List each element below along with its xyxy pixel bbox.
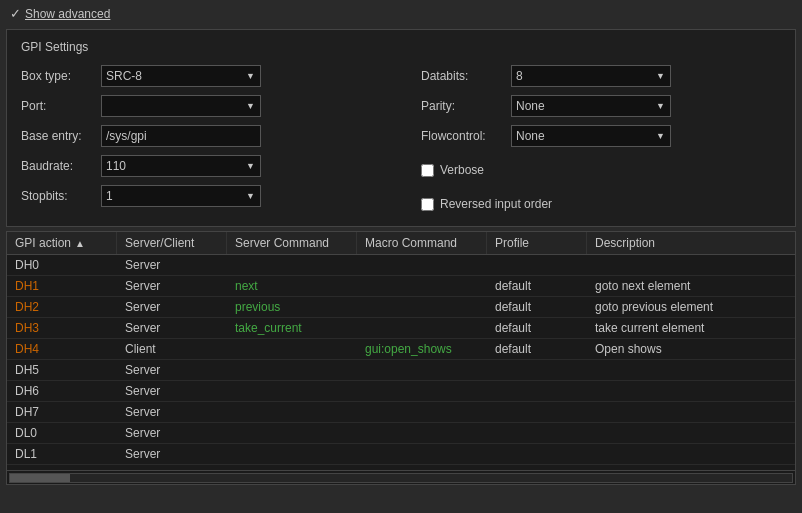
td-macro_command: gui:open_shows bbox=[357, 339, 487, 359]
box-type-select-wrapper: SRC-8 SRC-16 SRC-32 bbox=[101, 65, 261, 87]
table-row[interactable]: DH1Servernextdefaultgoto next element bbox=[7, 276, 795, 297]
th-server-client[interactable]: Server/Client bbox=[117, 232, 227, 254]
th-profile[interactable]: Profile bbox=[487, 232, 587, 254]
gpi-table: GPI action ▲ Server/Client Server Comman… bbox=[6, 231, 796, 471]
td-macro_command bbox=[357, 402, 487, 422]
td-macro_command bbox=[357, 276, 487, 296]
horizontal-scrollbar[interactable] bbox=[6, 471, 796, 485]
th-server-client-label: Server/Client bbox=[125, 236, 194, 250]
table-body: DH0ServerDH1Servernextdefaultgoto next e… bbox=[7, 255, 795, 470]
table-row[interactable]: DL0Server bbox=[7, 423, 795, 444]
table-row[interactable]: DH7Server bbox=[7, 402, 795, 423]
td-server_command: next bbox=[227, 276, 357, 296]
td-description bbox=[587, 402, 795, 422]
baudrate-row: Baudrate: 110 300 600 1200 bbox=[21, 154, 401, 178]
td-server_command bbox=[227, 423, 357, 443]
td-profile: default bbox=[487, 318, 587, 338]
td-gpi_action: DH0 bbox=[7, 255, 117, 275]
verbose-row: Verbose bbox=[421, 158, 781, 182]
port-row: Port: bbox=[21, 94, 401, 118]
table-row[interactable]: DH2Serverpreviousdefaultgoto previous el… bbox=[7, 297, 795, 318]
th-gpi-action[interactable]: GPI action ▲ bbox=[7, 232, 117, 254]
box-type-label: Box type: bbox=[21, 69, 101, 83]
table-row[interactable]: DH5Server bbox=[7, 360, 795, 381]
h-scrollbar-thumb bbox=[10, 474, 70, 482]
td-server_command bbox=[227, 360, 357, 380]
td-server_client: Client bbox=[117, 339, 227, 359]
box-type-select[interactable]: SRC-8 SRC-16 SRC-32 bbox=[101, 65, 261, 87]
td-server_client: Server bbox=[117, 318, 227, 338]
td-gpi_action: DL0 bbox=[7, 423, 117, 443]
td-server_command bbox=[227, 255, 357, 275]
td-macro_command bbox=[357, 381, 487, 401]
table-header: GPI action ▲ Server/Client Server Comman… bbox=[7, 232, 795, 255]
port-select[interactable] bbox=[101, 95, 261, 117]
td-server_client: Server bbox=[117, 297, 227, 317]
table-row[interactable]: DH6Server bbox=[7, 381, 795, 402]
base-entry-input[interactable] bbox=[101, 125, 261, 147]
td-server_command bbox=[227, 444, 357, 464]
parity-select[interactable]: None Odd Even bbox=[511, 95, 671, 117]
th-gpi-action-label: GPI action bbox=[15, 236, 71, 250]
table-row[interactable]: DH0Server bbox=[7, 255, 795, 276]
td-description: Open shows bbox=[587, 339, 795, 359]
td-server_command: take_current bbox=[227, 318, 357, 338]
td-gpi_action: DH7 bbox=[7, 402, 117, 422]
flowcontrol-select-wrapper: None Hardware Software bbox=[511, 125, 671, 147]
th-description[interactable]: Description bbox=[587, 232, 795, 254]
parity-row: Parity: None Odd Even bbox=[421, 94, 781, 118]
td-profile bbox=[487, 402, 587, 422]
td-profile: default bbox=[487, 297, 587, 317]
td-server_client: Server bbox=[117, 276, 227, 296]
reversed-input-checkbox[interactable] bbox=[421, 198, 434, 211]
port-select-wrapper bbox=[101, 95, 261, 117]
gpi-settings-panel: GPI Settings Box type: SRC-8 SRC-16 SRC-… bbox=[6, 29, 796, 227]
verbose-label: Verbose bbox=[440, 163, 484, 177]
td-macro_command bbox=[357, 444, 487, 464]
baudrate-select[interactable]: 110 300 600 1200 bbox=[101, 155, 261, 177]
stopbits-row: Stopbits: 1 2 bbox=[21, 184, 401, 208]
td-gpi_action: DH4 bbox=[7, 339, 117, 359]
td-profile bbox=[487, 381, 587, 401]
gpi-settings-title: GPI Settings bbox=[21, 40, 781, 54]
td-profile bbox=[487, 360, 587, 380]
parity-label: Parity: bbox=[421, 99, 511, 113]
verbose-checkbox[interactable] bbox=[421, 164, 434, 177]
td-server_client: Server bbox=[117, 423, 227, 443]
td-description: goto previous element bbox=[587, 297, 795, 317]
th-description-label: Description bbox=[595, 236, 655, 250]
box-type-row: Box type: SRC-8 SRC-16 SRC-32 bbox=[21, 64, 401, 88]
reversed-input-label: Reversed input order bbox=[440, 197, 552, 211]
td-macro_command bbox=[357, 318, 487, 338]
top-bar: ✓ Show advanced bbox=[0, 0, 802, 27]
th-server-command[interactable]: Server Command bbox=[227, 232, 357, 254]
td-profile: default bbox=[487, 339, 587, 359]
td-server_command bbox=[227, 339, 357, 359]
td-description bbox=[587, 423, 795, 443]
td-description bbox=[587, 444, 795, 464]
databits-select-wrapper: 8 7 6 5 bbox=[511, 65, 671, 87]
left-column: Box type: SRC-8 SRC-16 SRC-32 Port: bbox=[21, 64, 401, 216]
flowcontrol-label: Flowcontrol: bbox=[421, 129, 511, 143]
td-server_client: Server bbox=[117, 360, 227, 380]
td-description bbox=[587, 255, 795, 275]
table-row[interactable]: DH3Servertake_currentdefaulttake current… bbox=[7, 318, 795, 339]
stopbits-select[interactable]: 1 2 bbox=[101, 185, 261, 207]
flowcontrol-select[interactable]: None Hardware Software bbox=[511, 125, 671, 147]
td-macro_command bbox=[357, 423, 487, 443]
table-row[interactable]: DH4Clientgui:open_showsdefaultOpen shows bbox=[7, 339, 795, 360]
td-profile: default bbox=[487, 276, 587, 296]
show-advanced-label: Show advanced bbox=[25, 7, 110, 21]
td-gpi_action: DH5 bbox=[7, 360, 117, 380]
td-server_command: previous bbox=[227, 297, 357, 317]
databits-select[interactable]: 8 7 6 5 bbox=[511, 65, 671, 87]
databits-row: Databits: 8 7 6 5 bbox=[421, 64, 781, 88]
check-icon: ✓ bbox=[10, 6, 21, 21]
table-row[interactable]: DL1Server bbox=[7, 444, 795, 465]
td-server_client: Server bbox=[117, 444, 227, 464]
show-advanced-toggle[interactable]: ✓ Show advanced bbox=[10, 6, 110, 21]
sort-arrow-icon: ▲ bbox=[75, 238, 85, 249]
th-macro-command[interactable]: Macro Command bbox=[357, 232, 487, 254]
td-server_client: Server bbox=[117, 255, 227, 275]
td-gpi_action: DH6 bbox=[7, 381, 117, 401]
